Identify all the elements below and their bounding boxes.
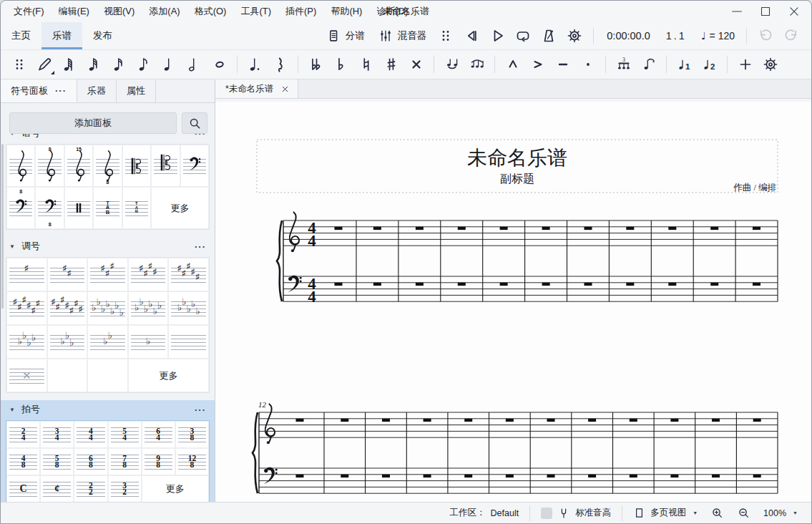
score-tab[interactable]: *未命名乐谱 [215, 79, 298, 98]
palette-cell[interactable] [122, 145, 151, 187]
whole-rest[interactable] [506, 419, 514, 422]
whole-rest[interactable] [464, 419, 472, 422]
slur-button[interactable] [464, 52, 489, 77]
whole-rest[interactable] [712, 419, 720, 422]
palette-cell[interactable]: 78 [108, 448, 142, 475]
palette-cell[interactable]: 8 [35, 145, 64, 187]
whole-rest[interactable] [584, 227, 592, 230]
whole-rest[interactable] [547, 475, 555, 477]
add-button[interactable] [733, 52, 758, 77]
whole-rest[interactable] [710, 283, 718, 286]
whole-rest[interactable] [506, 475, 514, 477]
palette-search-button[interactable] [182, 112, 207, 134]
voice-2-button[interactable]: 2 [697, 52, 722, 77]
score-title[interactable]: 未命名乐谱 [467, 147, 567, 169]
score-composer[interactable]: 作曲 / 编排 [733, 183, 776, 193]
minimize-button[interactable] [723, 1, 751, 21]
palette-cell[interactable]: 128 [175, 448, 209, 475]
whole-rest[interactable] [341, 475, 348, 477]
tenuto-button[interactable] [550, 52, 575, 77]
zoom-level-selector[interactable]: 100% ▼ [757, 508, 804, 518]
whole-rest[interactable] [630, 419, 637, 422]
panel-tab-1[interactable]: 乐器 [77, 79, 117, 102]
playback-settings-button[interactable] [563, 24, 586, 47]
sharp-button[interactable] [378, 52, 403, 77]
metronome-button[interactable] [537, 24, 560, 47]
double-sharp-button[interactable] [403, 52, 429, 77]
palette-cell[interactable]: ♭♭♭♭♭♭♭ [87, 291, 128, 325]
palette-cell[interactable]: 54 [108, 421, 142, 448]
whole-rest[interactable] [500, 283, 508, 286]
menu-item-1[interactable]: 编辑(E) [52, 2, 97, 21]
note-whole-button[interactable] [207, 52, 232, 77]
note-16th-button[interactable] [107, 52, 132, 77]
section-menu-icon[interactable]: ··· [195, 241, 206, 252]
note-eighth-button[interactable] [132, 52, 157, 77]
flat-button[interactable] [328, 52, 353, 77]
palette-cell[interactable]: 34 [40, 421, 74, 448]
palette-cell[interactable]: ♯♯ [47, 258, 88, 291]
section-header[interactable]: ▼拍号··· [1, 400, 215, 419]
whole-rest[interactable] [416, 227, 424, 230]
tuplet-button[interactable]: 3 [611, 52, 636, 77]
customize-button[interactable] [758, 52, 783, 77]
whole-rest[interactable] [588, 475, 596, 477]
palette-cell[interactable]: TAB [122, 187, 151, 229]
whole-rest[interactable] [626, 227, 634, 230]
palette-scrollbar[interactable] [1, 144, 4, 309]
score-canvas[interactable]: 未命名乐谱副标题作曲 / 编排124444 [215, 99, 811, 502]
menu-item-7[interactable]: 帮助(H) [323, 2, 369, 21]
palette-cell[interactable]: C [6, 475, 40, 502]
loop-playback-button[interactable] [512, 24, 534, 47]
parts-button[interactable]: 分谱 [321, 28, 370, 44]
workspace-selector[interactable]: 工作区： Default [444, 507, 526, 519]
zoom-out-button[interactable] [730, 506, 757, 520]
palette-cell[interactable]: 58 [40, 448, 74, 475]
palette-cell[interactable]: ♭♭♭♭ [6, 325, 47, 359]
palette-cell[interactable]: ♭♭♭ [47, 325, 88, 359]
whole-rest[interactable] [630, 475, 637, 477]
section-header[interactable]: ▼调号··· [1, 237, 215, 256]
whole-rest[interactable] [542, 283, 550, 286]
palette-cell[interactable] [64, 187, 93, 229]
palette-cell[interactable]: ♭ [128, 325, 169, 359]
menu-item-5[interactable]: 工具(T) [233, 2, 278, 21]
menu-item-6[interactable]: 插件(P) [278, 2, 323, 21]
whole-rest[interactable] [335, 283, 343, 286]
whole-rest[interactable] [753, 283, 760, 286]
palette-cell[interactable]: 8 [6, 187, 35, 229]
close-button[interactable] [780, 1, 808, 21]
whole-rest[interactable] [335, 227, 343, 230]
whole-rest[interactable] [753, 227, 760, 230]
palette-cell[interactable]: ¢ [40, 475, 74, 502]
palette-cell[interactable]: 8 [35, 187, 64, 229]
whole-rest[interactable] [547, 419, 555, 422]
double-flat-button[interactable] [303, 52, 328, 77]
tab-1[interactable]: 乐谱 [41, 22, 82, 49]
palette-cell[interactable]: 68 [74, 448, 107, 475]
tab-2[interactable]: 发布 [82, 22, 123, 49]
whole-rest[interactable] [458, 227, 466, 230]
whole-rest[interactable] [588, 419, 596, 422]
palette-cell[interactable]: ♯♯♯♯♯♯♯ [47, 291, 88, 325]
staccato-button[interactable] [575, 52, 600, 77]
panel-tab-2[interactable]: 属性 [117, 79, 156, 102]
whole-rest[interactable] [712, 475, 720, 477]
zoom-in-button[interactable] [704, 506, 730, 520]
note-half-button[interactable] [182, 52, 207, 77]
accent-button[interactable] [525, 52, 550, 77]
palette-cell[interactable] [151, 145, 180, 187]
tempo-display[interactable]: ♩= 120 [697, 30, 739, 42]
section-header[interactable]: ▼谱号··· [1, 134, 215, 142]
whole-rest[interactable] [464, 475, 472, 477]
view-mode-selector[interactable]: 多页视图 ▼ [627, 507, 704, 519]
whole-rest[interactable] [668, 283, 676, 286]
whole-rest[interactable] [416, 283, 424, 286]
palette-cell[interactable]: ♯♯♯♯♯ [168, 258, 209, 291]
palette-cell[interactable]: ♯♯♯♯♯♯ [6, 291, 47, 325]
palette-cell[interactable] [6, 145, 35, 187]
time-sig-bottom[interactable]: 4 [308, 232, 316, 250]
palette-cell[interactable] [180, 145, 209, 187]
palette-cell[interactable]: 32 [108, 475, 142, 502]
palette-cell[interactable]: 24 [6, 421, 40, 448]
